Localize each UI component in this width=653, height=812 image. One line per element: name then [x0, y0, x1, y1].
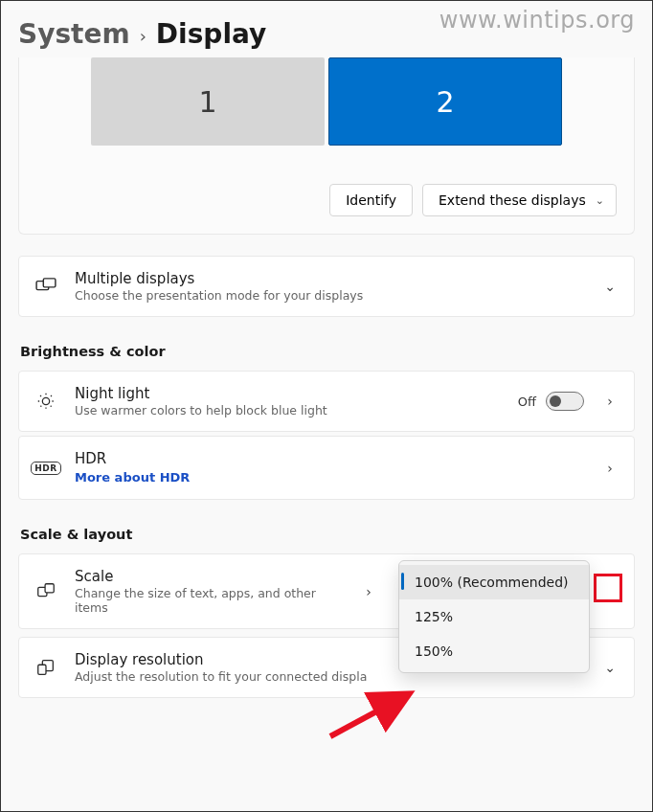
annotation-highlight-box: [594, 574, 622, 602]
chevron-right-icon: ›: [140, 26, 146, 46]
extend-displays-dropdown[interactable]: Extend these displays ⌄: [422, 184, 617, 216]
chevron-right-icon: ›: [601, 394, 619, 409]
night-light-icon: [34, 391, 57, 412]
chevron-down-icon: ⌄: [596, 194, 604, 207]
identify-button[interactable]: Identify: [329, 184, 413, 216]
hdr-icon: HDR: [34, 462, 57, 475]
display-arrangement-panel: 1 2 Identify Extend these displays ⌄: [18, 57, 635, 235]
breadcrumb-parent[interactable]: System: [18, 18, 130, 50]
night-light-state: Off: [518, 395, 536, 409]
scale-dropdown-pane: 100% (Recommended) 125% 150%: [398, 560, 590, 673]
hdr-title: HDR: [75, 450, 584, 467]
chevron-down-icon: ⌄: [601, 279, 619, 294]
resolution-icon: [34, 657, 57, 678]
hdr-card[interactable]: HDR HDR More about HDR ›: [18, 436, 635, 500]
scale-option-125[interactable]: 125%: [399, 599, 589, 634]
monitor-2[interactable]: 2: [328, 57, 562, 146]
svg-rect-1: [43, 279, 56, 287]
night-light-title: Night light: [75, 385, 501, 402]
multiple-displays-sub: Choose the presentation mode for your di…: [75, 288, 584, 303]
scale-card[interactable]: Scale Change the size of text, apps, and…: [18, 553, 635, 629]
svg-rect-6: [38, 665, 46, 674]
scale-option-100[interactable]: 100% (Recommended): [399, 565, 589, 599]
night-light-sub: Use warmer colors to help block blue lig…: [75, 403, 501, 417]
chevron-down-icon: ⌄: [601, 660, 619, 675]
chevron-right-icon: ›: [360, 584, 377, 599]
section-brightness-label: Brightness & color: [20, 344, 635, 359]
scale-icon: [34, 581, 57, 602]
multiple-displays-title: Multiple displays: [75, 270, 584, 287]
extend-displays-label: Extend these displays: [439, 192, 586, 208]
breadcrumb: System › Display: [18, 18, 635, 50]
page-title: Display: [156, 18, 266, 50]
monitor-1[interactable]: 1: [91, 57, 325, 146]
section-scale-label: Scale & layout: [20, 527, 635, 542]
hdr-more-link[interactable]: More about HDR: [75, 470, 190, 485]
svg-rect-4: [45, 583, 54, 592]
scale-option-150[interactable]: 150%: [399, 634, 589, 668]
scale-sub: Change the size of text, apps, and other…: [75, 586, 343, 615]
multiple-displays-icon: [34, 278, 57, 295]
svg-point-2: [42, 397, 49, 404]
svg-line-8: [330, 696, 405, 736]
multiple-displays-card[interactable]: Multiple displays Choose the presentatio…: [18, 256, 635, 317]
scale-title: Scale: [75, 568, 343, 585]
chevron-right-icon: ›: [601, 461, 619, 476]
night-light-card[interactable]: Night light Use warmer colors to help bl…: [18, 371, 635, 432]
night-light-toggle[interactable]: [546, 392, 584, 411]
